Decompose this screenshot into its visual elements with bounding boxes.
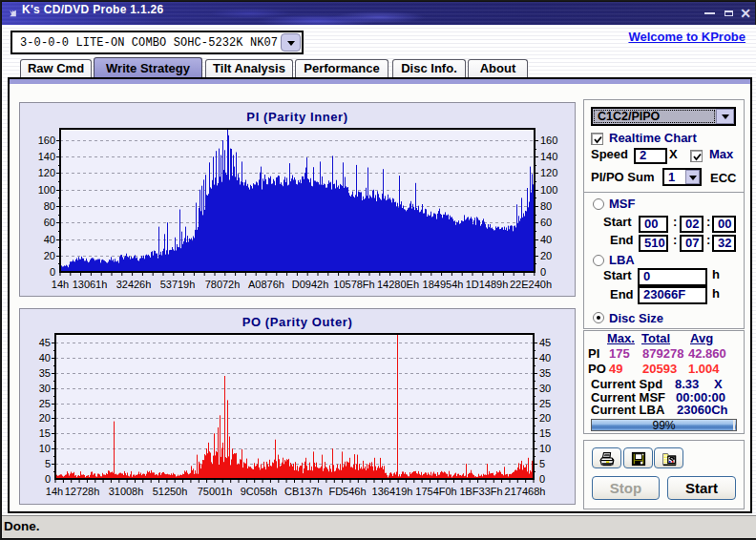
svg-text:80: 80 bbox=[44, 200, 55, 212]
svg-text:40: 40 bbox=[44, 234, 55, 245]
svg-text:120: 120 bbox=[38, 167, 55, 178]
svg-text:22E240h: 22E240h bbox=[510, 279, 552, 290]
svg-text:75001h: 75001h bbox=[198, 486, 233, 497]
svg-text:14h: 14h bbox=[46, 486, 63, 497]
svg-text:1D1489h: 1D1489h bbox=[466, 279, 509, 290]
svg-text:FD546h: FD546h bbox=[328, 486, 366, 497]
svg-text:0: 0 bbox=[540, 266, 546, 278]
svg-text:136419h: 136419h bbox=[372, 486, 413, 497]
svg-text:51250h: 51250h bbox=[153, 486, 188, 497]
svg-text:0: 0 bbox=[50, 266, 55, 278]
svg-text:5: 5 bbox=[45, 458, 51, 469]
svg-text:12728h: 12728h bbox=[65, 486, 100, 497]
svg-text:31008h: 31008h bbox=[109, 486, 144, 497]
svg-text:60: 60 bbox=[44, 217, 55, 228]
svg-text:184954h: 184954h bbox=[423, 279, 464, 290]
svg-text:40: 40 bbox=[540, 234, 552, 245]
svg-text:CB137h: CB137h bbox=[284, 486, 323, 497]
svg-text:15: 15 bbox=[539, 427, 551, 439]
svg-text:14h: 14h bbox=[52, 279, 69, 290]
svg-text:20: 20 bbox=[39, 412, 51, 424]
svg-text:40: 40 bbox=[539, 352, 551, 363]
svg-text:20: 20 bbox=[540, 250, 552, 261]
svg-text:10: 10 bbox=[539, 443, 551, 454]
svg-text:5: 5 bbox=[539, 458, 545, 469]
svg-text:1BF33Fh: 1BF33Fh bbox=[459, 486, 502, 497]
svg-text:45: 45 bbox=[39, 337, 51, 348]
svg-text:0: 0 bbox=[45, 473, 51, 485]
svg-text:A0876h: A0876h bbox=[248, 279, 284, 290]
svg-text:120: 120 bbox=[540, 167, 557, 178]
svg-text:160: 160 bbox=[38, 135, 55, 146]
svg-text:217468h: 217468h bbox=[505, 486, 546, 497]
svg-text:100: 100 bbox=[38, 184, 55, 196]
svg-text:160: 160 bbox=[540, 135, 557, 146]
svg-text:20: 20 bbox=[539, 412, 551, 424]
svg-text:9C058h: 9C058h bbox=[241, 486, 278, 497]
svg-text:80: 80 bbox=[540, 200, 552, 212]
svg-text:30: 30 bbox=[39, 383, 51, 394]
svg-text:25: 25 bbox=[39, 398, 51, 409]
svg-text:0: 0 bbox=[539, 473, 545, 485]
svg-text:PI (Parity Inner): PI (Parity Inner) bbox=[246, 110, 347, 124]
svg-text:20: 20 bbox=[44, 250, 55, 261]
svg-text:35: 35 bbox=[539, 367, 551, 379]
svg-text:35: 35 bbox=[39, 367, 51, 379]
svg-text:25: 25 bbox=[539, 398, 551, 409]
svg-text:PO (Parity Outer): PO (Parity Outer) bbox=[242, 315, 353, 329]
svg-text:100: 100 bbox=[540, 184, 557, 196]
svg-text:40: 40 bbox=[39, 352, 51, 363]
svg-text:15: 15 bbox=[39, 427, 51, 439]
svg-text:10: 10 bbox=[39, 443, 51, 454]
svg-text:140: 140 bbox=[540, 151, 557, 162]
svg-text:13061h: 13061h bbox=[73, 279, 108, 290]
svg-text:D0942h: D0942h bbox=[292, 279, 329, 290]
svg-text:30: 30 bbox=[539, 383, 551, 394]
svg-text:10578Fh: 10578Fh bbox=[333, 279, 374, 290]
svg-text:60: 60 bbox=[540, 217, 552, 228]
svg-text:32426h: 32426h bbox=[116, 279, 152, 290]
svg-text:78072h: 78072h bbox=[205, 279, 241, 290]
svg-text:140: 140 bbox=[38, 151, 55, 162]
svg-text:53719h: 53719h bbox=[160, 279, 196, 290]
svg-text:45: 45 bbox=[539, 337, 551, 348]
svg-text:1754F0h: 1754F0h bbox=[415, 486, 456, 497]
svg-text:14280Eh: 14280Eh bbox=[377, 279, 419, 290]
